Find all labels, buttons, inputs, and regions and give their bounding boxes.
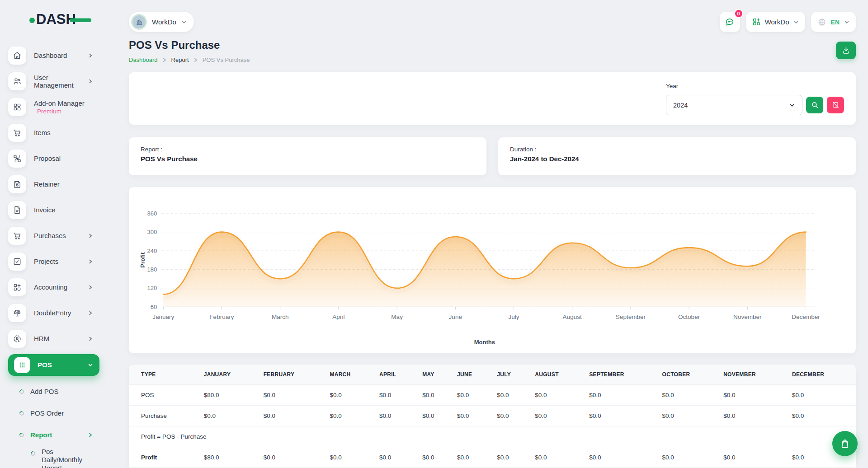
svg-text:September: September (616, 314, 646, 320)
reset-button[interactable] (827, 97, 844, 113)
chevron-right-icon (88, 259, 93, 264)
table-row: Profit$80.0$0.0$0.0$0.0$0.0$0.0$0.0$0.0$… (129, 447, 856, 468)
value-cell: $0.0 (788, 406, 856, 426)
sidebar-item-user-management[interactable]: User Management (8, 71, 99, 92)
svg-text:August: August (563, 314, 582, 320)
chevron-right-icon (88, 53, 93, 58)
search-button[interactable] (806, 97, 823, 113)
value-cell: $0.0 (259, 406, 326, 426)
sidebar-item-proposal[interactable]: Proposal (8, 148, 99, 169)
messages-badge: 0 (734, 9, 743, 18)
sidebar-subitem-label: Add POS (30, 388, 59, 396)
building-icon (135, 18, 143, 26)
sidebar-item-hrm[interactable]: HRM (8, 328, 99, 349)
dots-grid-icon (14, 357, 30, 373)
dash-logo[interactable]: DASH (29, 11, 108, 28)
value-cell: $0.0 (492, 406, 530, 426)
shopping-bag-icon (840, 438, 850, 449)
column-header-october: OCTOBER (658, 365, 719, 385)
value-cell: $0.0 (492, 447, 530, 468)
sidebar-subitem-report[interactable]: Report (8, 424, 99, 446)
table-row: POS$80.0$0.0$0.0$0.0$0.0$0.0$0.0$0.0$0.0… (129, 385, 856, 406)
value-cell: $0.0 (418, 406, 453, 426)
svg-text:November: November (733, 314, 762, 320)
workdo-menu-button[interactable]: WorkDo (746, 12, 805, 32)
value-cell: $0.0 (418, 385, 453, 406)
sidebar-item-invoice[interactable]: Invoice (8, 200, 99, 220)
bullet-icon (30, 450, 36, 457)
row-label: POS (129, 385, 199, 406)
breadcrumb: Dashboard Report POS Vs Purchase (129, 56, 250, 63)
value-cell: $80.0 (199, 447, 259, 468)
value-cell: $0.0 (658, 447, 719, 468)
home-icon (8, 47, 26, 65)
download-button[interactable] (836, 42, 856, 59)
bullet-icon (19, 388, 25, 395)
value-cell: $0.0 (325, 447, 375, 468)
table-head: TYPEJANUARYFEBRUARYMARCHAPRILMAYJUNEJULY… (129, 365, 856, 385)
bullet-icon (19, 410, 25, 417)
sidebar-item-purchases[interactable]: Purchases (8, 225, 99, 246)
column-header-may: MAY (418, 365, 453, 385)
cart-icon (8, 227, 26, 245)
chart-card: 60120180240300360JanuaryFebruaryMarchApr… (129, 187, 856, 353)
year-select-value: 2024 (673, 102, 688, 109)
sidebar-subitem-label: POS Order (30, 409, 64, 417)
sidebar-item-accounting[interactable]: Accounting (8, 277, 99, 298)
value-cell: $0.0 (585, 447, 657, 468)
column-header-september: SEPTEMBER (585, 365, 657, 385)
language-selector[interactable]: EN (811, 12, 856, 32)
duration-value: Jan-2024 to Dec-2024 (510, 155, 844, 163)
sidebar-item-label: Add-on Manager (34, 99, 85, 107)
duration-label: Duration : (510, 146, 844, 153)
sidebar-item-dashboard[interactable]: Dashboard (8, 45, 99, 66)
value-cell: $0.0 (788, 385, 856, 406)
sidebar-item-label: DoubleEntry (34, 309, 71, 317)
globe-icon (817, 18, 826, 27)
value-cell: $0.0 (375, 385, 418, 406)
sidebar-item-label: Retainer (34, 180, 60, 188)
sidebar-item-retainer[interactable]: Retainer (8, 174, 99, 195)
scales-icon (8, 304, 26, 322)
sidebar-subitem-pos-order[interactable]: POS Order (8, 402, 99, 424)
download-icon (842, 46, 850, 55)
value-cell: $0.0 (719, 385, 788, 406)
svg-text:Months: Months (474, 339, 495, 346)
report-table: TYPEJANUARYFEBRUARYMARCHAPRILMAYJUNEJULY… (129, 365, 856, 468)
dash-logo-icon: DASH (29, 11, 93, 26)
value-cell: $0.0 (719, 447, 788, 468)
report-label: Report : (141, 146, 475, 153)
sidebar-item-items[interactable]: Items (8, 122, 99, 143)
invoice-icon (8, 201, 26, 219)
messages-button[interactable]: 0 (720, 12, 740, 32)
table-body: POS$80.0$0.0$0.0$0.0$0.0$0.0$0.0$0.0$0.0… (129, 385, 856, 468)
svg-text:June: June (449, 314, 462, 320)
sidebar-item-projects[interactable]: Projects (8, 251, 99, 272)
sidebar-item-pos[interactable]: POS (8, 354, 99, 376)
breadcrumb-report[interactable]: Report (171, 56, 189, 63)
year-label: Year (666, 83, 844, 89)
year-select[interactable]: 2024 (666, 95, 802, 115)
sidebar-subitem-add-pos[interactable]: Add POS (8, 381, 99, 402)
column-header-december: DECEMBER (788, 365, 856, 385)
summary-row: Report : POS Vs Purchase Duration : Jan-… (129, 137, 856, 175)
value-cell: $0.0 (259, 447, 326, 468)
sidebar-item-label: Items (34, 129, 51, 136)
sidebar-item-doubleentry[interactable]: DoubleEntry (8, 303, 99, 323)
sidebar-item-label: Purchases (34, 232, 66, 239)
pos-cart-fab[interactable] (832, 431, 858, 456)
sidebar-item-label: Projects (34, 257, 58, 265)
topbar-right: 0 WorkDo (720, 12, 856, 32)
sidebar-subitem-pos-daily-monthly-report[interactable]: Pos Daily/Monthly Report (8, 446, 99, 468)
breadcrumb-dashboard[interactable]: Dashboard (129, 56, 158, 63)
column-header-february: FEBRUARY (259, 365, 326, 385)
sidebar-item-add-on-manager[interactable]: Add-on ManagerPremium (8, 97, 99, 117)
topbar: WorkDo 0 (129, 12, 856, 32)
value-cell: $0.0 (530, 385, 585, 406)
value-cell: $0.0 (259, 385, 326, 406)
svg-text:January: January (152, 314, 174, 320)
apps-icon (8, 98, 26, 116)
workspace-selector[interactable]: WorkDo (129, 12, 194, 32)
chevron-right-icon (88, 233, 93, 239)
value-cell: $0.0 (453, 385, 492, 406)
